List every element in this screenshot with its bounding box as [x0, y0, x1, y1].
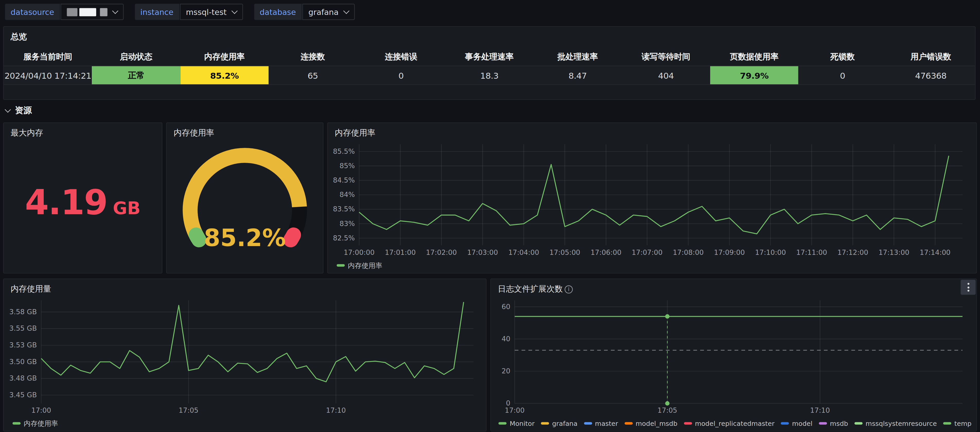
memory-usage-rate-timeseries[interactable]: 82.5%83%83.5%84%84.5%85%85.5%17:00:0017:…	[331, 139, 971, 258]
kebab-dot	[967, 286, 969, 288]
stat-header: 事务处理速率	[445, 48, 533, 65]
stat-header-row: 服务当前时间 启动状态 内存使用率 连接数 连接错误 事务处理速率 批处理速率 …	[4, 48, 975, 65]
max-memory-stat: 4.19 GB	[4, 139, 162, 266]
legend-color-mark	[819, 422, 827, 424]
grafana-dashboard: datasource instance mssql-test database …	[0, 0, 980, 432]
svg-text:83.5%: 83.5%	[333, 205, 355, 213]
stat-value-user-errors: 476368	[887, 66, 975, 84]
svg-text:84.5%: 84.5%	[333, 176, 355, 184]
kebab-dot	[967, 283, 969, 285]
dashboard-variables-bar: datasource instance mssql-test database …	[0, 0, 980, 24]
legend-item[interactable]: msdb	[819, 420, 848, 427]
database-label[interactable]: database	[254, 4, 301, 20]
stat-value-deadlocks: 0	[799, 66, 887, 84]
database-variable: database grafana	[254, 4, 355, 20]
svg-text:85.2%: 85.2%	[204, 224, 286, 252]
legend-item[interactable]: grafana	[541, 420, 578, 427]
svg-text:84%: 84%	[339, 191, 355, 199]
svg-text:85.5%: 85.5%	[333, 147, 355, 155]
svg-text:0: 0	[506, 399, 510, 407]
legend-item[interactable]: master	[584, 420, 618, 427]
stat-value-page-data-usage: 79.9%	[710, 66, 799, 84]
datasource-label[interactable]: datasource	[5, 4, 60, 20]
svg-text:20: 20	[501, 367, 510, 375]
memory-usage-amount-timeseries[interactable]: 3.45 GB3.48 GB3.50 GB3.53 GB3.55 GB3.58 …	[6, 295, 481, 416]
database-select[interactable]: grafana	[302, 4, 355, 20]
legend-label: grafana	[552, 420, 578, 427]
svg-text:17:07:00: 17:07:00	[632, 248, 663, 256]
stat-value-startup-status: 正常	[92, 66, 180, 84]
svg-text:17:08:00: 17:08:00	[673, 248, 704, 256]
svg-text:17:11:00: 17:11:00	[796, 248, 827, 256]
redacted-datasource-value	[79, 8, 96, 16]
legend-item[interactable]: 内存使用率	[13, 419, 58, 428]
svg-text:17:00:00: 17:00:00	[344, 248, 374, 256]
stat-value-transaction-rate: 18.3	[445, 66, 533, 84]
instance-label[interactable]: instance	[135, 4, 179, 20]
chart-container: 82.5%83%83.5%84%84.5%85%85.5%17:00:0017:…	[331, 139, 971, 258]
legend-color-mark	[684, 422, 692, 424]
panel-title[interactable]: 总览	[4, 27, 975, 47]
resources-section-toggle[interactable]: 资源	[6, 104, 32, 117]
legend-item[interactable]: Monitor	[498, 420, 535, 427]
stat-header: 死锁数	[799, 48, 887, 65]
legend-item[interactable]: model_msdb	[624, 420, 677, 427]
stat-header: 服务当前时间	[4, 48, 92, 65]
svg-text:17:04:00: 17:04:00	[508, 248, 539, 256]
instance-select[interactable]: mssql-test	[180, 4, 243, 20]
svg-text:82.5%: 82.5%	[333, 234, 355, 242]
svg-text:3.53 GB: 3.53 GB	[9, 341, 37, 349]
info-icon[interactable]: i	[565, 285, 573, 294]
legend-color-mark	[943, 422, 951, 424]
svg-text:60: 60	[501, 303, 510, 311]
svg-text:17:05:00: 17:05:00	[549, 248, 580, 256]
memory-usage-gauge: 85.2%	[167, 140, 323, 268]
svg-text:40: 40	[501, 335, 510, 343]
svg-text:17:09:00: 17:09:00	[714, 248, 745, 256]
memory-usage-rate-chart-panel: 内存使用率 82.5%83%83.5%84%84.5%85%85.5%17:00…	[327, 122, 977, 273]
datasource-select[interactable]	[60, 4, 124, 20]
chart-container: 3.45 GB3.48 GB3.50 GB3.53 GB3.55 GB3.58 …	[6, 295, 481, 416]
legend-label: tempdb	[954, 420, 971, 427]
legend-color-mark	[337, 264, 345, 267]
svg-text:17:03:00: 17:03:00	[467, 248, 498, 256]
legend-label: mssqlsystemresource	[865, 420, 937, 427]
legend-color-mark	[541, 422, 549, 424]
svg-text:3.48 GB: 3.48 GB	[9, 374, 37, 382]
legend-item[interactable]: mssqlsystemresource	[854, 420, 937, 427]
overview-panel: 总览 服务当前时间 启动状态 内存使用率 连接数 连接错误 事务处理速率 批处理…	[3, 26, 976, 100]
stat-header: 连接错误	[357, 48, 445, 65]
legend-item[interactable]: 内存使用率	[337, 261, 382, 270]
log-file-expansion-chart-panel: 日志文件扩展次数 i 020406017:0017:0517:10 Monito…	[490, 278, 977, 432]
stat-header: 内存使用率	[180, 48, 269, 65]
legend-label: 内存使用率	[348, 261, 382, 270]
redacted-datasource-value	[67, 8, 77, 16]
svg-text:17:00: 17:00	[31, 406, 51, 414]
stat-value-server-time: 2024/04/10 17:14:21	[4, 66, 92, 84]
svg-text:17:10:00: 17:10:00	[755, 248, 786, 256]
svg-text:3.55 GB: 3.55 GB	[9, 324, 37, 332]
stat-value-row: 2024/04/10 17:14:21 正常 85.2% 65 0 18.3 8…	[4, 65, 975, 85]
chevron-down-icon	[344, 8, 350, 14]
legend-color-mark	[13, 422, 21, 424]
legend-label: model	[792, 420, 812, 427]
memory-usage-amount-chart-panel: 内存使用量 3.45 GB3.48 GB3.50 GB3.53 GB3.55 G…	[3, 278, 487, 432]
legend-color-mark	[781, 422, 789, 424]
legend-item[interactable]: model	[781, 420, 812, 427]
kebab-dot	[967, 290, 969, 292]
log-file-expansion-timeseries[interactable]: 020406017:0017:0517:10	[493, 295, 971, 416]
stat-header: 启动状态	[92, 48, 180, 65]
section-title: 资源	[15, 105, 32, 116]
panel-title[interactable]: 内存使用率	[167, 123, 323, 143]
legend-item[interactable]: model_replicatedmaster	[684, 420, 775, 427]
panel-menu-button[interactable]	[961, 280, 976, 295]
legend-label: model_msdb	[636, 420, 678, 427]
chevron-down-icon	[231, 8, 237, 14]
stat-header: 页数据使用率	[710, 48, 799, 65]
svg-text:17:14:00: 17:14:00	[920, 248, 950, 256]
legend-item[interactable]: tempdb	[943, 420, 971, 427]
stat-header: 用户错误数	[887, 48, 975, 65]
svg-text:85%: 85%	[339, 162, 355, 170]
svg-text:17:06:00: 17:06:00	[590, 248, 621, 256]
redacted-datasource-value	[100, 8, 107, 16]
